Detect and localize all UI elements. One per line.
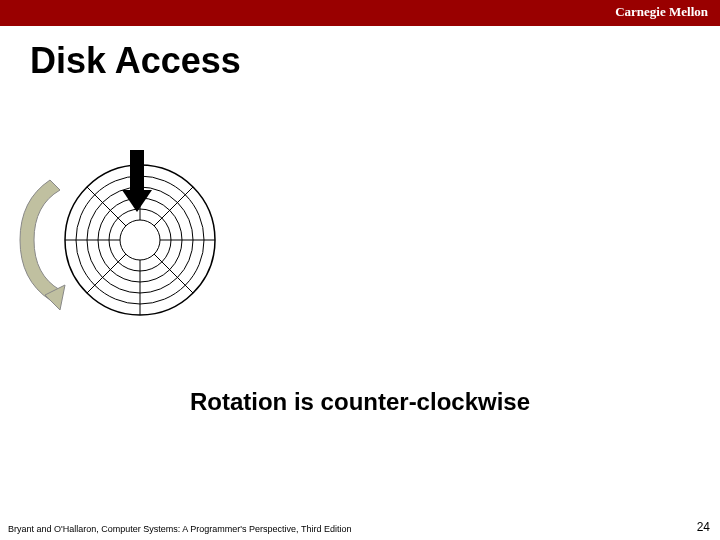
caption-text: Rotation is counter-clockwise (0, 388, 720, 416)
rotation-arrow-icon (20, 180, 65, 310)
page-number: 24 (697, 520, 710, 534)
slide-title: Disk Access (30, 40, 241, 82)
svg-rect-14 (130, 150, 144, 192)
header-bar: Carnegie Mellon (0, 0, 720, 26)
footer-citation: Bryant and O'Hallaron, Computer Systems:… (8, 524, 351, 534)
disk-diagram (10, 150, 230, 330)
slide: Carnegie Mellon Disk Access (0, 0, 720, 540)
brand-label: Carnegie Mellon (615, 4, 708, 20)
